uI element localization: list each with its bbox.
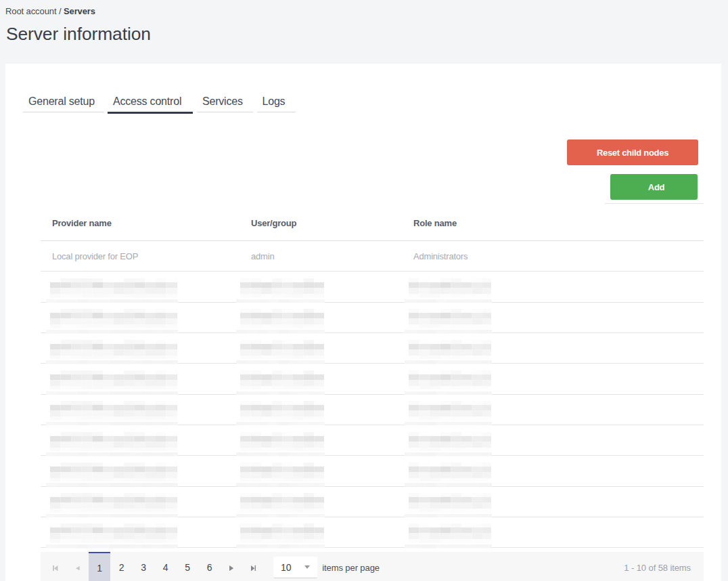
redacted-subtext-block	[46, 544, 178, 548]
redacted-text-block	[409, 462, 491, 482]
breadcrumb: Root account / Servers	[5, 6, 95, 16]
table-cell: admin	[251, 251, 274, 261]
add-button[interactable]: Add	[610, 174, 698, 200]
redacted-text-block	[50, 370, 177, 390]
table-row[interactable]	[41, 364, 704, 394]
redacted-text-block	[240, 462, 324, 482]
tab-label: Access control	[113, 95, 181, 108]
table-row[interactable]: Local provider for EOPadminAdministrator…	[41, 241, 704, 272]
pager: 123456 10 items per page 1 - 10 of 58 it…	[41, 552, 704, 581]
redacted-text-block	[240, 340, 324, 360]
column-header-provider-name[interactable]: Provider name	[52, 218, 112, 228]
table-cell: Local provider for EOP	[52, 251, 138, 261]
redacted-text-block	[240, 309, 324, 328]
page-button-current[interactable]: 1	[89, 552, 111, 581]
chevron-down-icon	[304, 565, 310, 569]
redacted-text-block	[240, 432, 324, 452]
tab-services[interactable]: Services	[197, 95, 253, 112]
table-row[interactable]	[41, 517, 704, 548]
table-header-row: Provider name User/group Role name	[41, 211, 704, 241]
redacted-text-block	[240, 278, 324, 298]
tab-general-setup[interactable]: General setup	[23, 95, 104, 112]
redacted-text-block	[50, 340, 177, 360]
toolbar-divider	[605, 203, 704, 204]
table-row[interactable]	[41, 456, 704, 486]
redacted-text-block	[240, 523, 324, 543]
tab-label: General setup	[28, 95, 95, 108]
tab-label: Services	[202, 95, 243, 108]
redacted-text-block	[409, 370, 491, 390]
redacted-text-block	[50, 278, 177, 298]
redacted-text-block	[409, 278, 491, 298]
tab-logs[interactable]: Logs	[257, 95, 296, 112]
page-button[interactable]: 6	[198, 552, 221, 581]
redacted-text-block	[409, 401, 491, 421]
redacted-text-block	[240, 401, 324, 421]
page-size-value: 10	[281, 562, 292, 573]
redacted-text-block	[50, 493, 177, 513]
table-row[interactable]	[41, 487, 704, 517]
last-page-icon[interactable]	[251, 565, 256, 572]
redacted-text-block	[240, 370, 324, 390]
page-button[interactable]: 4	[154, 552, 177, 581]
breadcrumb-root[interactable]: Root account	[5, 6, 56, 16]
redacted-text-block	[240, 493, 324, 513]
redacted-subtext-block	[236, 544, 325, 548]
table-row[interactable]	[41, 425, 704, 456]
content-card: General setup Access control Services Lo…	[5, 64, 721, 581]
redacted-text-block	[50, 432, 177, 452]
page-button[interactable]: 3	[133, 552, 155, 581]
previous-page-icon[interactable]	[76, 566, 80, 570]
tab-label: Logs	[263, 95, 286, 108]
pager-info: 1 - 10 of 58 items	[624, 563, 691, 573]
redacted-text-block	[409, 523, 491, 543]
page-button[interactable]: 2	[110, 552, 133, 581]
table-body: Local provider for EOPadminAdministrator…	[41, 241, 704, 548]
redacted-subtext-block	[405, 544, 492, 548]
breadcrumb-separator: /	[56, 6, 64, 16]
table-row[interactable]	[41, 272, 704, 302]
page-title: Server information	[6, 24, 151, 45]
redacted-text-block	[409, 432, 491, 452]
redacted-text-block	[409, 340, 491, 360]
access-control-table: Provider name User/group Role name Local…	[41, 211, 704, 548]
column-header-role-name[interactable]: Role name	[413, 218, 457, 228]
next-page-icon[interactable]	[229, 565, 233, 571]
page: Root account / Servers Server informatio…	[0, 0, 728, 581]
redacted-text-block	[409, 309, 491, 328]
column-header-user-group[interactable]: User/group	[251, 218, 296, 228]
breadcrumb-current: Servers	[64, 6, 95, 16]
redacted-text-block	[50, 401, 177, 421]
items-per-page-label: items per page	[322, 563, 380, 573]
tab-access-control[interactable]: Access control	[108, 95, 193, 112]
redacted-text-block	[409, 493, 491, 513]
page-size-dropdown[interactable]: 10	[273, 557, 317, 579]
reset-child-nodes-button[interactable]: Reset child nodes	[567, 139, 698, 165]
redacted-text-block	[50, 462, 177, 482]
redacted-text-block	[50, 523, 177, 543]
table-row[interactable]	[41, 395, 704, 425]
first-page-icon[interactable]	[53, 565, 58, 572]
table-row[interactable]	[41, 303, 704, 333]
table-row[interactable]	[41, 333, 704, 364]
redacted-text-block	[50, 309, 177, 328]
table-cell: Administrators	[413, 251, 468, 261]
page-button[interactable]: 5	[177, 552, 199, 581]
